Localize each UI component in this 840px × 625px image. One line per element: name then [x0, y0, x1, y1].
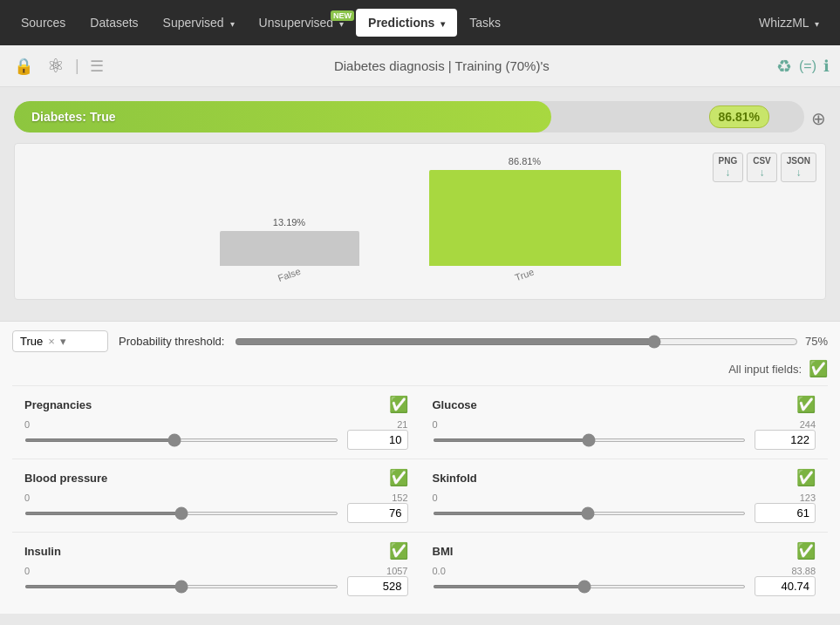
- field-bmi-slider[interactable]: [433, 585, 747, 588]
- field-skinfold-input[interactable]: [755, 503, 816, 523]
- field-skinfold-name: Skinfold: [433, 472, 477, 485]
- field-pregnancies: Pregnancies ✅ 0 21: [12, 385, 420, 459]
- prediction-label: Diabetes: True: [31, 110, 115, 124]
- top-nav: Sources Datasets Supervised ▾ Unsupervis…: [0, 0, 840, 45]
- field-insulin-min: 0: [24, 566, 30, 576]
- threshold-slider-wrap: 75%: [235, 335, 828, 349]
- field-insulin-max: 1057: [386, 566, 407, 576]
- nav-predictions[interactable]: Predictions ▾: [356, 9, 457, 37]
- bar-false-pct: 13.19%: [273, 217, 305, 228]
- field-glucose-min: 0: [433, 419, 438, 430]
- bar-false: 13.19% False: [220, 217, 359, 280]
- field-pregnancies-max: 21: [397, 419, 407, 430]
- toolbar: 🔒 ⚛ | ☰ Diabetes diagnosis | Training (7…: [0, 45, 840, 87]
- bar-true: 86.81% True: [429, 156, 621, 280]
- field-blood-pressure-slider[interactable]: [24, 512, 338, 515]
- field-insulin: Insulin ✅ 0 1057: [12, 532, 420, 605]
- class-selector[interactable]: True × ▾: [12, 330, 108, 352]
- nav-supervised[interactable]: Supervised ▾: [151, 9, 247, 37]
- new-badge: NEW: [331, 10, 354, 21]
- class-clear-btn[interactable]: ×: [48, 335, 55, 348]
- field-insulin-slider[interactable]: [24, 585, 338, 588]
- toolbar-title: Diabetes diagnosis | Training (70%)'s: [114, 58, 769, 73]
- prediction-area: Diabetes: True 86.81% ⊕ PNG ↓ CSV ↓ JSON…: [0, 87, 840, 321]
- field-bmi-name: BMI: [433, 545, 454, 558]
- class-value: True: [20, 335, 43, 348]
- nav-sources[interactable]: Sources: [9, 9, 78, 37]
- chart-container: PNG ↓ CSV ↓ JSON ↓ 13.19% False 86.81%: [14, 143, 826, 300]
- nav-unsupervised[interactable]: Unsupervised NEW ▾: [247, 9, 357, 37]
- field-insulin-input[interactable]: [347, 576, 408, 596]
- bar-true-label: True: [514, 267, 536, 283]
- lock-icon[interactable]: 🔒: [10, 53, 37, 79]
- prediction-bar-fill: Diabetes: True: [14, 101, 551, 132]
- threshold-label: Probability threshold:: [119, 335, 224, 348]
- field-glucose-slider[interactable]: [433, 438, 747, 442]
- bar-true-pct: 86.81%: [509, 156, 541, 166]
- expand-icon[interactable]: ⊕: [811, 108, 826, 129]
- field-glucose: Glucose ✅ 0 244: [420, 385, 829, 459]
- field-blood-pressure-input[interactable]: [347, 503, 408, 523]
- field-insulin-toggle[interactable]: ✅: [389, 541, 408, 560]
- all-fields-checkbox[interactable]: ✅: [809, 359, 828, 378]
- threshold-pct: 75%: [805, 335, 828, 348]
- field-pregnancies-name: Pregnancies: [24, 398, 92, 411]
- field-pregnancies-slider[interactable]: [24, 438, 338, 442]
- separator: |: [75, 57, 79, 75]
- export-json-btn[interactable]: JSON ↓: [781, 153, 816, 182]
- all-fields-label: All input fields:: [728, 363, 802, 376]
- fields-grid: Pregnancies ✅ 0 21 Glucose ✅ 0 244: [12, 385, 828, 605]
- controls-area: True × ▾ Probability threshold: 75% All …: [0, 321, 840, 614]
- field-blood-pressure: Blood pressure ✅ 0 152: [12, 459, 420, 532]
- nav-tasks[interactable]: Tasks: [457, 9, 513, 37]
- export-png-btn[interactable]: PNG ↓: [713, 153, 744, 182]
- prediction-percentage: 86.81%: [709, 105, 769, 128]
- code-btn[interactable]: (=): [799, 58, 816, 74]
- export-buttons: PNG ↓ CSV ↓ JSON ↓: [713, 153, 816, 182]
- info-btn[interactable]: ℹ: [823, 57, 830, 76]
- refresh-btn[interactable]: ♻: [776, 56, 792, 77]
- export-csv-btn[interactable]: CSV ↓: [747, 153, 777, 182]
- tree-icon[interactable]: ⚛: [44, 51, 68, 81]
- all-fields-row: All input fields: ✅: [12, 359, 828, 378]
- field-pregnancies-toggle[interactable]: ✅: [389, 395, 408, 414]
- threshold-row: True × ▾ Probability threshold: 75%: [12, 330, 828, 352]
- bar-false-label: False: [277, 266, 302, 283]
- threshold-slider[interactable]: [235, 335, 798, 349]
- field-skinfold: Skinfold ✅ 0 123: [420, 459, 829, 532]
- field-skinfold-toggle[interactable]: ✅: [796, 468, 816, 487]
- field-bmi-toggle[interactable]: ✅: [796, 541, 816, 560]
- field-bmi-input[interactable]: [755, 576, 816, 596]
- class-dropdown-btn[interactable]: ▾: [60, 335, 66, 348]
- field-skinfold-max: 123: [800, 493, 816, 503]
- field-blood-pressure-name: Blood pressure: [24, 472, 107, 485]
- field-skinfold-min: 0: [433, 493, 438, 503]
- field-glucose-input[interactable]: [755, 430, 816, 450]
- field-blood-pressure-max: 152: [392, 493, 407, 503]
- nav-whizzml[interactable]: WhizzML ▾: [747, 9, 831, 37]
- field-bmi-min: 0.0: [433, 566, 446, 576]
- field-blood-pressure-min: 0: [24, 493, 30, 503]
- nav-datasets[interactable]: Datasets: [78, 9, 150, 37]
- field-bmi-max: 83.88: [791, 566, 816, 576]
- field-glucose-toggle[interactable]: ✅: [796, 395, 816, 414]
- field-insulin-name: Insulin: [24, 545, 61, 558]
- field-pregnancies-min: 0: [24, 419, 30, 430]
- field-blood-pressure-toggle[interactable]: ✅: [389, 468, 408, 487]
- field-bmi: BMI ✅ 0.0 83.88: [420, 532, 829, 605]
- field-glucose-max: 244: [800, 419, 816, 430]
- field-glucose-name: Glucose: [433, 398, 477, 411]
- table-icon[interactable]: ☰: [86, 53, 107, 79]
- field-pregnancies-input[interactable]: [347, 430, 408, 450]
- field-skinfold-slider[interactable]: [433, 512, 747, 515]
